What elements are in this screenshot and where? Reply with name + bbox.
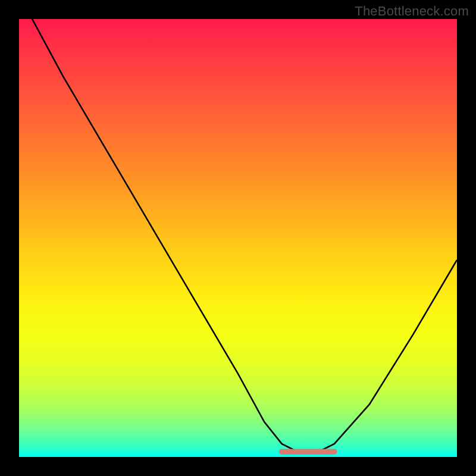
watermark-text: TheBottleneck.com <box>355 4 469 19</box>
accent-layer <box>19 19 457 457</box>
chart-frame: TheBottleneck.com <box>0 0 476 476</box>
plot-area <box>19 19 457 457</box>
